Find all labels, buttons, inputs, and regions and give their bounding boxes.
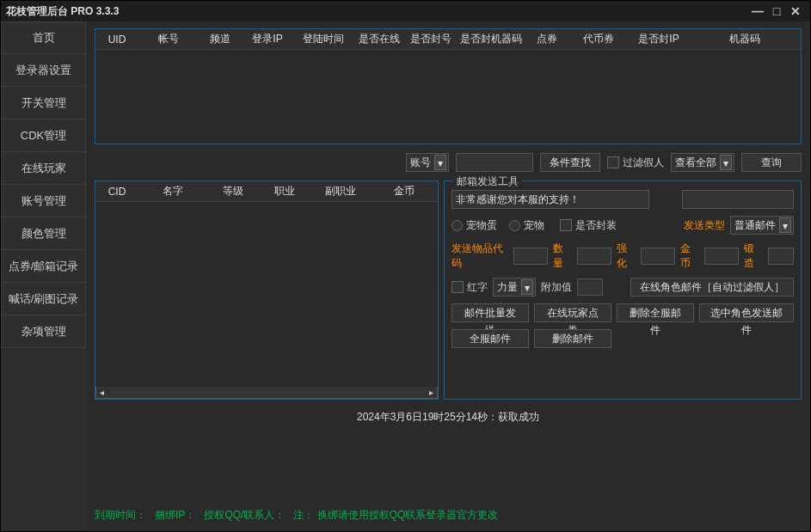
th-tokens: 代币券: [568, 32, 629, 46]
th-points: 点券: [525, 32, 568, 46]
sidebar-item-switch[interactable]: 开关管理: [1, 87, 86, 119]
enhance-label: 强化: [617, 242, 636, 271]
gold-label: 金币: [680, 242, 699, 271]
maximize-button[interactable]: □: [767, 4, 786, 18]
sidebar: 首页 登录器设置 开关管理 CDK管理 在线玩家 账号管理 颜色管理 点券/邮箱…: [1, 21, 86, 531]
top-table-body[interactable]: [95, 50, 801, 144]
minimize-button[interactable]: —: [748, 4, 767, 18]
sidebar-item-cdk[interactable]: CDK管理: [1, 119, 86, 152]
sidebar-item-points[interactable]: 点券/邮箱记录: [1, 250, 86, 283]
chevron-down-icon: ▾: [720, 155, 732, 170]
th-subjob: 副职业: [310, 184, 371, 199]
char-table-body[interactable]: [95, 202, 438, 387]
sidebar-item-home[interactable]: 首页: [1, 21, 86, 54]
extra-input[interactable]: [682, 190, 794, 209]
char-table-header: CID 名字 等级 职业 副职业 金币: [95, 181, 438, 202]
top-table-header: UID 帐号 频道 登录IP 登陆时间 是否在线 是否封号 是否封机器码 点券 …: [95, 29, 801, 50]
pet-radio[interactable]: 宠物: [509, 218, 544, 233]
search-row: 账号 ▾ 条件查找 过滤假人 查看全部 ▾ 查询: [95, 150, 802, 175]
bonus-input[interactable]: [577, 278, 603, 296]
footer-bindip: 捆绑IP：: [155, 509, 195, 521]
th-level: 等级: [207, 184, 259, 199]
sidebar-item-account[interactable]: 账号管理: [1, 185, 86, 217]
status-line: 2024年3月6日19时25分14秒：获取成功: [95, 405, 802, 430]
delete-mail-button[interactable]: 删除邮件: [534, 329, 611, 348]
red-text-check[interactable]: 红字: [452, 280, 488, 295]
footer-note-label: 注：: [293, 509, 314, 521]
qty-label: 数量: [553, 242, 572, 271]
sidebar-item-shout[interactable]: 喊话/刷图记录: [1, 283, 86, 315]
selected-send-button[interactable]: 选中角色发送邮件: [699, 303, 794, 322]
view-select[interactable]: 查看全部 ▾: [671, 153, 734, 172]
delete-all-button[interactable]: 删除全服邮件: [617, 303, 694, 322]
sidebar-item-online[interactable]: 在线玩家: [1, 152, 86, 185]
th-job: 职业: [259, 184, 310, 199]
power-select[interactable]: 力量 ▾: [493, 278, 536, 297]
all-mail-button[interactable]: 全服邮件: [452, 329, 529, 348]
mail-tool-group: 邮箱发送工具 宠物蛋 宠物 是否封装 发送类型 普通邮件: [444, 180, 802, 400]
qty-input[interactable]: [577, 248, 611, 265]
th-hwid: 机器码: [689, 32, 801, 46]
th-name: 名字: [138, 184, 207, 199]
th-cid: CID: [95, 186, 138, 198]
pet-egg-radio[interactable]: 宠物蛋: [452, 218, 497, 233]
scroll-right-icon[interactable]: ▸: [429, 388, 433, 397]
send-type-label: 发送类型: [684, 218, 725, 233]
top-table: UID 帐号 频道 登录IP 登陆时间 是否在线 是否封号 是否封机器码 点券 …: [95, 28, 802, 144]
th-online: 是否在线: [353, 32, 405, 46]
batch-send-button[interactable]: 邮件批量发送: [452, 303, 529, 322]
query-button[interactable]: 查询: [741, 153, 802, 172]
h-scrollbar[interactable]: ◂ ▸: [95, 387, 438, 399]
item-code-input[interactable]: [513, 248, 548, 265]
titlebar: 花枝管理后台 PRO 3.3.3 — □ ✕: [1, 1, 810, 21]
send-type-select[interactable]: 普通邮件 ▾: [730, 216, 794, 235]
chevron-down-icon: ▾: [521, 279, 533, 295]
scroll-left-icon[interactable]: ◂: [100, 388, 104, 397]
sidebar-item-misc[interactable]: 杂项管理: [1, 315, 86, 348]
th-channel: 频道: [199, 32, 242, 46]
condition-search-button[interactable]: 条件查找: [540, 153, 600, 172]
th-login-time: 登陆时间: [293, 32, 353, 46]
filter-fake-check[interactable]: 过滤假人: [607, 156, 664, 170]
sealed-check[interactable]: 是否封装: [560, 218, 617, 233]
close-button[interactable]: ✕: [786, 4, 805, 18]
sidebar-item-login[interactable]: 登录器设置: [1, 54, 86, 87]
th-ban-hwid: 是否封机器码: [457, 32, 525, 46]
online-auto-button[interactable]: 在线角色邮件［自动过滤假人］: [630, 278, 794, 297]
field-select[interactable]: 账号 ▾: [406, 153, 449, 172]
th-ban-ip: 是否封IP: [629, 32, 689, 46]
footer-expire: 到期时间：: [95, 509, 146, 521]
window-title: 花枝管理后台 PRO 3.3.3: [6, 4, 748, 19]
sidebar-item-color[interactable]: 颜色管理: [1, 217, 86, 250]
thanks-input[interactable]: [452, 190, 649, 209]
th-gold: 金币: [371, 184, 438, 199]
forge-input[interactable]: [768, 248, 794, 265]
th-uid: UID: [95, 34, 138, 46]
footer-note: 换绑请使用授权QQ联系登录器官方更改: [317, 509, 499, 521]
online-points-button[interactable]: 在线玩家点券: [534, 303, 611, 322]
forge-label: 锻造: [744, 242, 763, 271]
footer-auth: 授权QQ/联系人：: [204, 509, 285, 521]
search-value-input[interactable]: [456, 153, 533, 172]
char-table: CID 名字 等级 职业 副职业 金币 ◂ ▸: [95, 180, 439, 400]
bonus-label: 附加值: [541, 280, 572, 295]
th-banned: 是否封号: [405, 32, 457, 46]
enhance-input[interactable]: [641, 248, 675, 265]
footer: 到期时间： 捆绑IP： 授权QQ/联系人： 注： 换绑请使用授权QQ联系登录器官…: [95, 504, 802, 528]
group-title: 邮箱发送工具: [453, 174, 522, 189]
th-login-ip: 登录IP: [242, 32, 293, 46]
chevron-down-icon: ▾: [779, 217, 791, 233]
item-code-label: 发送物品代码: [452, 242, 508, 271]
th-account: 帐号: [138, 32, 199, 46]
chevron-down-icon: ▾: [434, 155, 446, 170]
gold-input[interactable]: [704, 248, 739, 265]
